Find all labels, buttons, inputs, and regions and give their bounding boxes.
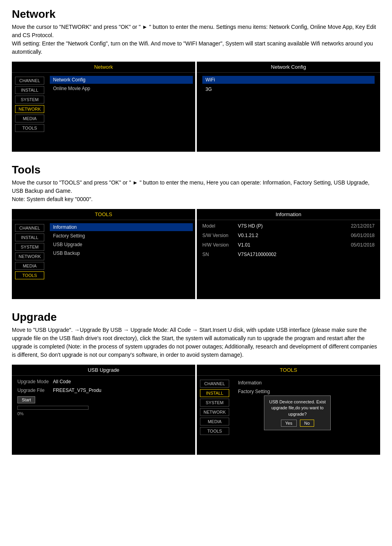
network-right-screen: Network Config WiFi 3G (197, 62, 380, 152)
t-sidebar-system[interactable]: SYSTEM (15, 243, 44, 251)
t-sidebar-media[interactable]: MEDIA (15, 262, 44, 270)
network-desc: Move the cursor to "NETWORK" and press "… (12, 23, 380, 56)
content-information[interactable]: Information (50, 223, 193, 231)
hw-label: H/W Version (202, 242, 238, 248)
network-content: Network Config Online Movie App (47, 73, 195, 152)
upgrade-title: Upgrade (12, 311, 380, 324)
tools-content: Information Factory Setting USB Upgrade … (47, 220, 195, 299)
upgrade-mode-value: All Code (53, 379, 71, 384)
info-model-row: Model V7S HD (P) 22/12/2017 (202, 223, 375, 229)
upgrade-section: Upgrade Move to "USB Upgrade". →Upgrade … (12, 311, 380, 455)
sidebar-install[interactable]: INSTALL (15, 86, 44, 94)
upgrade-file-label: Upgrade File (17, 388, 49, 393)
upgrade-screens: USB Upgrade Upgrade Mode All Code Upgrad… (12, 365, 380, 455)
dialog-yes-button[interactable]: Yes (281, 420, 297, 427)
t-sidebar-channel[interactable]: CHANNEL (15, 224, 44, 232)
usb-upgrade-content: Upgrade Mode All Code Upgrade File FREES… (12, 376, 195, 419)
sidebar-media[interactable]: MEDIA (15, 115, 44, 122)
info-sn-row: SN V7SA1710000002 (202, 252, 375, 257)
info-sw-row: S/W Version V0.1.21.2 06/01/2018 (202, 233, 375, 238)
tools-title: Tools (12, 164, 380, 176)
upgrade-file-row: Upgrade File FREESAT_V7S_Produ (17, 388, 190, 393)
upgrade-file-value: FREESAT_V7S_Produ (53, 388, 102, 393)
network-wifi-list: WiFi 3G (197, 73, 380, 98)
wifi-item[interactable]: WiFi (202, 76, 375, 84)
3g-item[interactable]: 3G (202, 85, 375, 93)
t-sidebar-install[interactable]: INSTALL (15, 233, 44, 241)
ur-sidebar-channel[interactable]: CHANNEL (200, 380, 229, 388)
model-value: V7S HD (P) (238, 223, 343, 229)
upgrade-right-sidebar: CHANNEL INSTALL SYSTEM NETWORK MEDIA TOO… (197, 376, 232, 455)
sn-value: V7SA1710000002 (238, 252, 375, 257)
tools-desc1: Move the cursor to "TOOLS" and press "OK… (12, 179, 369, 194)
ur-sidebar-install[interactable]: INSTALL (200, 389, 229, 397)
ur-content-info[interactable]: Information (235, 379, 378, 387)
sn-label: SN (202, 252, 238, 257)
tools-desc2: Note: System default key "0000". (12, 196, 93, 202)
hw-value: V1.01 (238, 242, 343, 248)
sw-value: V0.1.21.2 (238, 233, 343, 238)
progress-bar-container (17, 406, 89, 410)
content-online-movie[interactable]: Online Movie App (50, 85, 193, 92)
upgrade-right-menu: CHANNEL INSTALL SYSTEM NETWORK MEDIA TOO… (197, 376, 380, 455)
upgrade-left-title: USB Upgrade (12, 365, 195, 376)
tools-section: Tools Move the cursor to "TOOLS" and pre… (12, 164, 380, 299)
network-screens: Network CHANNEL INSTALL SYSTEM NETWORK M… (12, 62, 380, 152)
sidebar-network[interactable]: NETWORK (15, 105, 44, 113)
network-desc2: Wifi setting: Enter the "Network Config"… (12, 40, 373, 55)
model-date: 22/12/2017 (351, 223, 375, 229)
sw-label: S/W Version (202, 233, 238, 238)
t-sidebar-network[interactable]: NETWORK (15, 252, 44, 260)
ur-content-factory[interactable]: Factory Setting (235, 388, 378, 395)
ur-sidebar-media[interactable]: MEDIA (200, 418, 229, 426)
tools-left-screen: TOOLS CHANNEL INSTALL SYSTEM NETWORK MED… (12, 209, 195, 299)
dialog-no-button[interactable]: No (300, 420, 314, 427)
ur-sidebar-tools[interactable]: TOOLS (200, 427, 229, 435)
tools-desc: Move the cursor to "TOOLS" and press "OK… (12, 179, 380, 203)
content-usb-upgrade[interactable]: USB Upgrade (50, 241, 193, 249)
tools-right-screen: Information Model V7S HD (P) 22/12/2017 … (197, 209, 380, 299)
network-sidebar: CHANNEL INSTALL SYSTEM NETWORK MEDIA TOO… (12, 73, 47, 152)
upgrade-dialog: USB Device connected. Existupgrade file,… (264, 395, 331, 430)
tools-right-title: Information (197, 209, 380, 220)
t-sidebar-tools[interactable]: TOOLS (15, 271, 44, 279)
upgrade-right-title: TOOLS (197, 365, 380, 376)
upgrade-desc: Move to "USB Upgrade". →Upgrade By USB →… (12, 326, 380, 359)
tools-screens: TOOLS CHANNEL INSTALL SYSTEM NETWORK MED… (12, 209, 380, 299)
ur-sidebar-network[interactable]: NETWORK (200, 408, 229, 416)
upgrade-right-content: Information Factory Setting USB Device c… (232, 376, 380, 455)
hw-date: 05/01/2018 (351, 242, 375, 248)
sw-date: 06/01/2018 (351, 233, 375, 238)
upgrade-mode-row: Upgrade Mode All Code (17, 379, 190, 384)
tools-sidebar: CHANNEL INSTALL SYSTEM NETWORK MEDIA TOO… (12, 220, 47, 299)
upgrade-left-screen: USB Upgrade Upgrade Mode All Code Upgrad… (12, 365, 195, 455)
network-menu-screen: CHANNEL INSTALL SYSTEM NETWORK MEDIA TOO… (12, 73, 195, 152)
dialog-message: USB Device connected. Existupgrade file,… (269, 399, 326, 417)
tools-menu-screen: CHANNEL INSTALL SYSTEM NETWORK MEDIA TOO… (12, 220, 195, 299)
start-button[interactable]: Start (17, 396, 35, 403)
content-factory[interactable]: Factory Setting (50, 232, 193, 240)
model-label: Model (202, 223, 238, 229)
info-details: Model V7S HD (P) 22/12/2017 S/W Version … (197, 220, 380, 264)
ur-sidebar-system[interactable]: SYSTEM (200, 399, 229, 407)
content-network-config[interactable]: Network Config (50, 76, 193, 84)
info-hw-row: H/W Version V1.01 05/01/2018 (202, 242, 375, 248)
network-left-title: Network (12, 62, 195, 73)
network-left-screen: Network CHANNEL INSTALL SYSTEM NETWORK M… (12, 62, 195, 152)
upgrade-desc-text: Move to "USB Upgrade". →Upgrade By USB →… (12, 327, 377, 358)
sidebar-system[interactable]: SYSTEM (15, 96, 44, 104)
upgrade-right-screen: TOOLS CHANNEL INSTALL SYSTEM NETWORK MED… (197, 365, 380, 455)
upgrade-mode-label: Upgrade Mode (17, 379, 49, 384)
sidebar-channel[interactable]: CHANNEL (15, 77, 44, 85)
sidebar-tools[interactable]: TOOLS (15, 124, 44, 132)
network-desc1: Move the cursor to "NETWORK" and press "… (12, 24, 376, 38)
progress-text: 0% (17, 411, 190, 416)
network-section: Network Move the cursor to "NETWORK" and… (12, 8, 380, 152)
content-usb-backup[interactable]: USB Backup (50, 249, 193, 257)
network-title: Network (12, 8, 380, 21)
tools-left-title: TOOLS (12, 209, 195, 220)
dialog-buttons: Yes No (269, 420, 326, 427)
network-right-title: Network Config (197, 62, 380, 73)
